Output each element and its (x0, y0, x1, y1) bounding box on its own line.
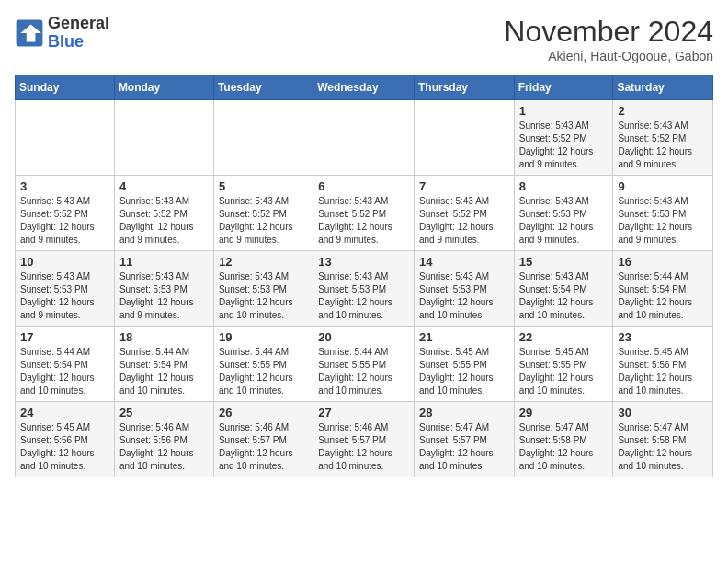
day-number: 22 (519, 330, 609, 344)
calendar-cell: 28Sunrise: 5:47 AM Sunset: 5:57 PM Dayli… (414, 402, 514, 477)
calendar-cell: 4Sunrise: 5:43 AM Sunset: 5:52 PM Daylig… (114, 176, 213, 251)
day-number: 16 (618, 255, 708, 269)
calendar-cell (16, 100, 115, 176)
day-info: Sunrise: 5:43 AM Sunset: 5:53 PM Dayligh… (119, 270, 209, 322)
calendar-header: SundayMondayTuesdayWednesdayThursdayFrid… (16, 75, 713, 100)
day-number: 18 (119, 330, 209, 344)
day-number: 10 (20, 255, 109, 269)
day-number: 19 (219, 330, 308, 344)
day-number: 24 (20, 406, 109, 419)
calendar-cell: 26Sunrise: 5:46 AM Sunset: 5:57 PM Dayli… (213, 402, 313, 477)
day-info: Sunrise: 5:44 AM Sunset: 5:54 PM Dayligh… (618, 270, 708, 322)
calendar-cell: 13Sunrise: 5:43 AM Sunset: 5:53 PM Dayli… (313, 251, 415, 327)
day-info: Sunrise: 5:47 AM Sunset: 5:58 PM Dayligh… (618, 421, 708, 473)
calendar-cell: 30Sunrise: 5:47 AM Sunset: 5:58 PM Dayli… (613, 402, 713, 477)
logo-icon (15, 18, 44, 48)
logo-text: General Blue (48, 15, 109, 52)
title-block: November 2024 Akieni, Haut-Ogooue, Gabon (504, 15, 713, 63)
day-number: 14 (419, 255, 509, 269)
calendar-cell: 12Sunrise: 5:43 AM Sunset: 5:53 PM Dayli… (213, 251, 313, 327)
day-info: Sunrise: 5:45 AM Sunset: 5:55 PM Dayligh… (419, 346, 509, 397)
day-number: 4 (119, 179, 209, 193)
day-number: 25 (119, 406, 209, 419)
day-number: 23 (618, 330, 708, 344)
day-info: Sunrise: 5:43 AM Sunset: 5:53 PM Dayligh… (618, 195, 708, 247)
day-number: 28 (419, 406, 509, 419)
location: Akieni, Haut-Ogooue, Gabon (504, 49, 713, 63)
day-number: 5 (219, 179, 308, 193)
header-day: Saturday (613, 75, 713, 100)
day-number: 3 (20, 179, 109, 193)
calendar-cell: 21Sunrise: 5:45 AM Sunset: 5:55 PM Dayli… (414, 327, 514, 402)
calendar-cell: 15Sunrise: 5:43 AM Sunset: 5:54 PM Dayli… (514, 251, 613, 327)
day-number: 8 (519, 179, 609, 193)
day-info: Sunrise: 5:43 AM Sunset: 5:52 PM Dayligh… (219, 195, 308, 247)
day-number: 26 (219, 406, 308, 419)
day-number: 20 (318, 330, 409, 344)
day-info: Sunrise: 5:43 AM Sunset: 5:53 PM Dayligh… (419, 270, 509, 322)
day-number: 13 (318, 255, 409, 269)
calendar-week: 3Sunrise: 5:43 AM Sunset: 5:52 PM Daylig… (16, 176, 713, 251)
day-info: Sunrise: 5:45 AM Sunset: 5:56 PM Dayligh… (618, 346, 708, 397)
calendar-cell: 10Sunrise: 5:43 AM Sunset: 5:53 PM Dayli… (16, 251, 115, 327)
calendar-cell: 8Sunrise: 5:43 AM Sunset: 5:53 PM Daylig… (514, 176, 613, 251)
calendar-cell: 25Sunrise: 5:46 AM Sunset: 5:56 PM Dayli… (114, 402, 213, 477)
header-day: Sunday (16, 75, 115, 100)
calendar-cell: 11Sunrise: 5:43 AM Sunset: 5:53 PM Dayli… (114, 251, 213, 327)
day-number: 1 (519, 104, 609, 118)
calendar-cell: 16Sunrise: 5:44 AM Sunset: 5:54 PM Dayli… (613, 251, 713, 327)
day-number: 7 (419, 179, 509, 193)
day-number: 21 (419, 330, 509, 344)
calendar-cell: 5Sunrise: 5:43 AM Sunset: 5:52 PM Daylig… (213, 176, 313, 251)
calendar-week: 17Sunrise: 5:44 AM Sunset: 5:54 PM Dayli… (16, 327, 713, 402)
day-info: Sunrise: 5:43 AM Sunset: 5:53 PM Dayligh… (519, 195, 609, 247)
day-info: Sunrise: 5:44 AM Sunset: 5:55 PM Dayligh… (318, 346, 409, 397)
calendar-cell: 17Sunrise: 5:44 AM Sunset: 5:54 PM Dayli… (16, 327, 115, 402)
calendar-cell: 7Sunrise: 5:43 AM Sunset: 5:52 PM Daylig… (414, 176, 514, 251)
day-number: 11 (119, 255, 209, 269)
day-info: Sunrise: 5:43 AM Sunset: 5:52 PM Dayligh… (618, 120, 708, 171)
day-info: Sunrise: 5:43 AM Sunset: 5:52 PM Dayligh… (519, 120, 609, 171)
calendar-cell (213, 100, 313, 176)
header-day: Wednesday (313, 75, 415, 100)
header-day: Monday (114, 75, 213, 100)
calendar-cell: 9Sunrise: 5:43 AM Sunset: 5:53 PM Daylig… (613, 176, 713, 251)
day-info: Sunrise: 5:44 AM Sunset: 5:54 PM Dayligh… (20, 346, 109, 397)
calendar-cell: 20Sunrise: 5:44 AM Sunset: 5:55 PM Dayli… (313, 327, 415, 402)
calendar-table: SundayMondayTuesdayWednesdayThursdayFrid… (15, 75, 713, 477)
day-number: 6 (318, 179, 409, 193)
calendar-cell: 29Sunrise: 5:47 AM Sunset: 5:58 PM Dayli… (514, 402, 613, 477)
day-number: 15 (519, 255, 609, 269)
day-info: Sunrise: 5:43 AM Sunset: 5:52 PM Dayligh… (119, 195, 209, 247)
day-info: Sunrise: 5:46 AM Sunset: 5:57 PM Dayligh… (318, 421, 409, 473)
calendar-cell: 27Sunrise: 5:46 AM Sunset: 5:57 PM Dayli… (313, 402, 415, 477)
day-info: Sunrise: 5:43 AM Sunset: 5:52 PM Dayligh… (318, 195, 409, 247)
day-number: 9 (618, 179, 708, 193)
calendar-cell (114, 100, 213, 176)
day-info: Sunrise: 5:43 AM Sunset: 5:53 PM Dayligh… (318, 270, 409, 322)
day-info: Sunrise: 5:43 AM Sunset: 5:52 PM Dayligh… (419, 195, 509, 247)
day-number: 12 (219, 255, 308, 269)
day-info: Sunrise: 5:46 AM Sunset: 5:57 PM Dayligh… (219, 421, 308, 473)
month-title: November 2024 (504, 15, 713, 49)
day-number: 2 (618, 104, 708, 118)
day-info: Sunrise: 5:43 AM Sunset: 5:53 PM Dayligh… (219, 270, 308, 322)
calendar-cell: 24Sunrise: 5:45 AM Sunset: 5:56 PM Dayli… (16, 402, 115, 477)
calendar-cell (313, 100, 415, 176)
day-info: Sunrise: 5:45 AM Sunset: 5:56 PM Dayligh… (20, 421, 109, 473)
calendar-cell: 23Sunrise: 5:45 AM Sunset: 5:56 PM Dayli… (613, 327, 713, 402)
day-info: Sunrise: 5:43 AM Sunset: 5:52 PM Dayligh… (20, 195, 109, 247)
day-info: Sunrise: 5:44 AM Sunset: 5:54 PM Dayligh… (119, 346, 209, 397)
day-number: 27 (318, 406, 409, 419)
day-info: Sunrise: 5:47 AM Sunset: 5:57 PM Dayligh… (419, 421, 509, 473)
day-info: Sunrise: 5:46 AM Sunset: 5:56 PM Dayligh… (119, 421, 209, 473)
calendar-cell: 6Sunrise: 5:43 AM Sunset: 5:52 PM Daylig… (313, 176, 415, 251)
day-info: Sunrise: 5:45 AM Sunset: 5:55 PM Dayligh… (519, 346, 609, 397)
calendar-cell: 3Sunrise: 5:43 AM Sunset: 5:52 PM Daylig… (16, 176, 115, 251)
calendar-week: 10Sunrise: 5:43 AM Sunset: 5:53 PM Dayli… (16, 251, 713, 327)
day-number: 17 (20, 330, 109, 344)
calendar-cell: 19Sunrise: 5:44 AM Sunset: 5:55 PM Dayli… (213, 327, 313, 402)
calendar-cell: 14Sunrise: 5:43 AM Sunset: 5:53 PM Dayli… (414, 251, 514, 327)
calendar-cell: 18Sunrise: 5:44 AM Sunset: 5:54 PM Dayli… (114, 327, 213, 402)
day-info: Sunrise: 5:47 AM Sunset: 5:58 PM Dayligh… (519, 421, 609, 473)
